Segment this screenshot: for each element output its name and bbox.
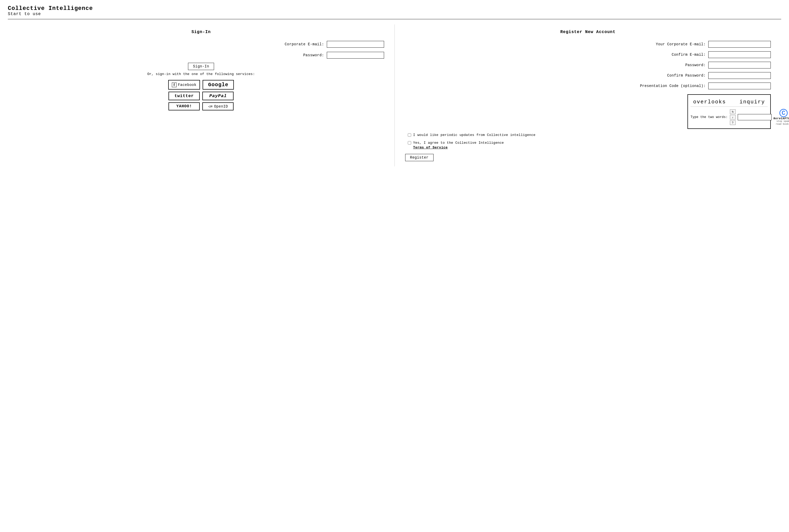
reg-confirm-email-input[interactable] xyxy=(708,51,771,58)
captcha-type-label: Type the two words: xyxy=(691,115,728,119)
openid-label: OpenID xyxy=(214,104,228,109)
paypal-signin-button[interactable]: PayPal xyxy=(202,92,234,100)
terms-checkbox[interactable] xyxy=(408,141,411,145)
google-label: Google xyxy=(208,82,228,88)
updates-checkbox[interactable] xyxy=(408,133,411,137)
facebook-label: Facebook xyxy=(178,83,196,87)
recaptcha-re: Re xyxy=(774,117,777,120)
captcha-container: overlooks inquiry Type the two words: ↻ … xyxy=(688,94,771,129)
checkbox2-prefix: Yes, I agree to the Collective Intellige… xyxy=(413,141,504,145)
twitter-signin-button[interactable]: twitter xyxy=(169,92,200,100)
captcha-help-button[interactable]: ? xyxy=(730,120,736,125)
recaptcha-badge: C RereCAPTCHA stop spam. read books. xyxy=(774,109,789,126)
reg-email-label: Your Corporate E-mail: xyxy=(656,42,706,46)
captcha-word1: overlooks xyxy=(693,99,726,105)
reg-promo-row: Presentation Code (optional): xyxy=(405,82,771,89)
google-signin-button[interactable]: Google xyxy=(203,80,234,90)
captcha-text-input[interactable] xyxy=(738,114,772,120)
signin-button-row: Sign-In xyxy=(18,63,384,70)
register-button[interactable]: Register xyxy=(405,154,434,161)
facebook-icon: f xyxy=(172,82,176,87)
register-panel: Register New Account Your Corporate E-ma… xyxy=(395,24,782,166)
captcha-bottom: Type the two words: ↻ ♪ ? C R xyxy=(691,109,768,126)
reg-confirm-password-row: Confirm Password: xyxy=(405,72,771,79)
page-title: Collective Intelligence xyxy=(8,5,781,12)
paypal-label: PayPal xyxy=(209,94,227,98)
signin-button[interactable]: Sign-In xyxy=(188,63,214,70)
recaptcha-sub2: read books. xyxy=(776,123,789,126)
social-buttons-container: f Facebook Google twitter PayPal YAHOO! xyxy=(18,80,384,110)
yahoo-label: YAHOO! xyxy=(176,104,192,109)
reg-confirm-email-row: Confirm E-mail: xyxy=(405,51,771,58)
social-row-1: f Facebook Google xyxy=(168,80,234,90)
captcha-controls: ↻ ♪ ? xyxy=(730,109,736,125)
signin-password-input[interactable] xyxy=(327,52,384,59)
reg-password-label: Password: xyxy=(685,63,706,67)
recaptcha-c-icon: C xyxy=(780,109,788,117)
signin-title: Sign-In xyxy=(18,30,384,34)
register-title: Register New Account xyxy=(405,30,771,34)
captcha-words: overlooks inquiry xyxy=(691,97,768,107)
captcha-input-recaptcha xyxy=(738,114,772,120)
password-row: Password: xyxy=(18,52,384,59)
page-subtitle: Start to use xyxy=(8,12,781,16)
reg-promo-label: Presentation Code (optional): xyxy=(640,84,706,88)
email-label: Corporate E-mail: xyxy=(285,42,324,46)
captcha-refresh-button[interactable]: ↻ xyxy=(730,109,736,114)
checkbox2-row: Yes, I agree to the Collective Intellige… xyxy=(408,140,771,150)
header-divider xyxy=(8,19,781,19)
password-label: Password: xyxy=(303,53,324,57)
social-row-3: YAHOO! ◁≡ OpenID xyxy=(169,102,234,110)
recaptcha-logo: C xyxy=(780,109,788,117)
signin-panel: Sign-In Corporate E-mail: Password: Sign… xyxy=(8,24,395,166)
recaptcha-sub1: stop spam. xyxy=(776,120,789,123)
reg-promo-input[interactable] xyxy=(708,82,771,89)
reg-password-input[interactable] xyxy=(708,62,771,69)
recaptcha-label: RereCAPTCHA xyxy=(774,117,789,120)
reg-confirm-email-label: Confirm E-mail: xyxy=(672,53,706,57)
openid-signin-button[interactable]: ◁≡ OpenID xyxy=(202,102,234,110)
facebook-signin-button[interactable]: f Facebook xyxy=(168,80,200,90)
reg-email-input[interactable] xyxy=(708,41,771,48)
checkbox1-text: I would like periodic updates from Colle… xyxy=(413,133,536,137)
checkbox2-text: Yes, I agree to the Collective Intellige… xyxy=(413,140,504,150)
captcha-row: overlooks inquiry Type the two words: ↻ … xyxy=(405,93,771,133)
recaptcha-subtext: stop spam. read books. xyxy=(776,120,789,126)
email-row: Corporate E-mail: xyxy=(18,41,384,48)
captcha-word2: inquiry xyxy=(739,99,765,105)
signin-email-input[interactable] xyxy=(327,41,384,48)
or-text: Or, sign-in with the one of the followin… xyxy=(18,72,384,76)
register-button-row: Register xyxy=(405,154,771,161)
twitter-label: twitter xyxy=(174,94,194,98)
openid-icon: ◁≡ xyxy=(208,104,213,109)
captcha-audio-button[interactable]: ♪ xyxy=(730,115,736,119)
social-row-2: twitter PayPal xyxy=(169,92,234,100)
yahoo-signin-button[interactable]: YAHOO! xyxy=(169,102,200,110)
reg-confirm-password-label: Confirm Password: xyxy=(667,73,706,78)
reg-confirm-password-input[interactable] xyxy=(708,72,771,79)
main-layout: Sign-In Corporate E-mail: Password: Sign… xyxy=(8,24,781,166)
reg-password-row: Password: xyxy=(405,62,771,69)
terms-of-service-link[interactable]: Terms of Service xyxy=(413,146,448,150)
checkboxes-section: I would like periodic updates from Colle… xyxy=(405,133,771,150)
recaptcha-captcha: reCAPTCHA xyxy=(777,117,789,120)
checkbox1-row: I would like periodic updates from Colle… xyxy=(408,133,771,137)
reg-email-row: Your Corporate E-mail: xyxy=(405,41,771,48)
